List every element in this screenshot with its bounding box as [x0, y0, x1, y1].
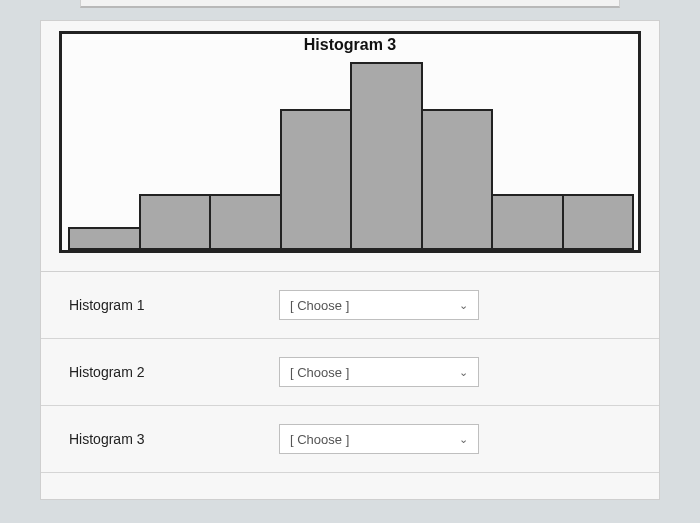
- bar: [68, 227, 141, 250]
- chevron-down-icon: ⌄: [459, 366, 468, 379]
- select-value: [ Choose ]: [290, 298, 349, 313]
- bar: [491, 194, 564, 250]
- bar: [209, 194, 282, 250]
- chevron-down-icon: ⌄: [459, 299, 468, 312]
- previous-card-edge: [80, 0, 620, 8]
- chevron-down-icon: ⌄: [459, 433, 468, 446]
- answer-row-1: Histogram 1 [ Choose ] ⌄: [41, 272, 659, 339]
- answer-row-2: Histogram 2 [ Choose ] ⌄: [41, 339, 659, 406]
- histogram-chart: Histogram 3: [59, 31, 641, 253]
- bar: [350, 62, 423, 250]
- answers-section: Histogram 1 [ Choose ] ⌄ Histogram 2 [ C…: [41, 271, 659, 473]
- select-histogram-2[interactable]: [ Choose ] ⌄: [279, 357, 479, 387]
- answer-row-3: Histogram 3 [ Choose ] ⌄: [41, 406, 659, 473]
- select-histogram-1[interactable]: [ Choose ] ⌄: [279, 290, 479, 320]
- select-value: [ Choose ]: [290, 365, 349, 380]
- question-card: Histogram 3 Histogram 1 [ Choose ] ⌄ His…: [40, 20, 660, 500]
- bar: [280, 109, 353, 250]
- bar: [421, 109, 494, 250]
- bar: [139, 194, 212, 250]
- bar: [562, 194, 635, 250]
- select-histogram-3[interactable]: [ Choose ] ⌄: [279, 424, 479, 454]
- select-value: [ Choose ]: [290, 432, 349, 447]
- chart-title: Histogram 3: [62, 36, 638, 54]
- answer-label-2: Histogram 2: [69, 364, 279, 380]
- chart-bars: [68, 40, 632, 250]
- answer-label-3: Histogram 3: [69, 431, 279, 447]
- answer-label-1: Histogram 1: [69, 297, 279, 313]
